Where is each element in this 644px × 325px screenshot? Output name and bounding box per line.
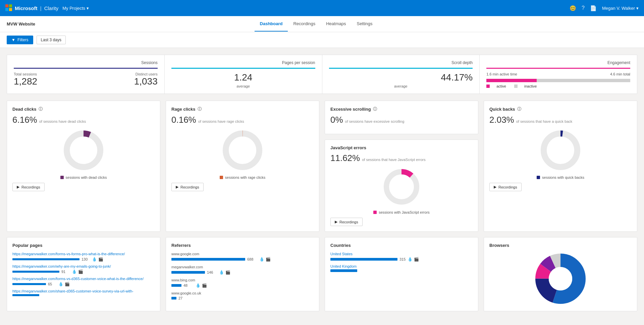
- dead-clicks-legend: sessions with dead clicks: [12, 175, 155, 179]
- js-errors-stat-row: 11.62% of sessions that have JavaScript …: [330, 153, 473, 163]
- quick-backs-recordings-icon: ▶: [494, 185, 496, 189]
- heatmap-icon[interactable]: 💧: [72, 269, 77, 274]
- list-item: www.google.co.uk 27: [171, 291, 314, 300]
- recording-icon[interactable]: 🎬: [98, 257, 103, 262]
- dead-clicks-legend-dot: [60, 176, 64, 179]
- tab-dashboard[interactable]: Dashboard: [255, 16, 288, 32]
- quick-backs-donut: [539, 128, 582, 172]
- smiley-icon[interactable]: 😊: [570, 5, 576, 11]
- quick-backs-legend: sessions with quick backs: [489, 175, 632, 179]
- engagement-title: Engagement: [486, 60, 630, 65]
- dead-clicks-info-icon[interactable]: ⓘ: [39, 106, 43, 112]
- page-bar-row: 91 💧 🎬: [12, 269, 155, 274]
- js-errors-legend-dot: [373, 211, 377, 214]
- page-icons: 💧 🎬: [259, 257, 271, 262]
- rage-clicks-card: Rage clicks ⓘ 0.16% of sessions have rag…: [166, 101, 319, 232]
- quick-backs-recordings-button[interactable]: ▶ Recordings: [489, 183, 522, 191]
- heatmap-icon[interactable]: 💧: [219, 270, 224, 275]
- heatmap-icon[interactable]: 💧: [92, 257, 97, 262]
- list-item: meganvwalker.com 146 💧 🎬: [171, 265, 314, 275]
- sessions-title: Sessions: [14, 60, 158, 65]
- country-bar-row: [330, 269, 473, 272]
- countries-title: Countries: [330, 243, 473, 248]
- popular-pages-card: Popular pages https://meganvwalker.com/f…: [7, 237, 160, 311]
- page-count: 91: [61, 270, 70, 274]
- help-icon[interactable]: ?: [582, 5, 585, 11]
- rage-clicks-pct-label: of sessions have rage clicks: [198, 119, 244, 123]
- filter-label: Filters: [17, 38, 29, 42]
- projects-menu[interactable]: My Projects ▾: [62, 6, 89, 11]
- country-name[interactable]: United States: [330, 252, 473, 256]
- document-icon[interactable]: 📄: [590, 5, 597, 11]
- page-icons: 💧 🎬: [92, 257, 103, 262]
- country-name[interactable]: United Kingdom: [330, 264, 473, 268]
- page-count: 65: [48, 282, 56, 286]
- recording-icon[interactable]: 🎬: [225, 270, 230, 275]
- excessive-scrolling-pct: 0%: [330, 115, 343, 125]
- heatmap-icon[interactable]: 💧: [196, 283, 201, 288]
- heatmap-icon[interactable]: 💧: [58, 282, 63, 286]
- country-bar: [330, 269, 357, 272]
- referrer-domain: www.bing.com: [171, 278, 314, 282]
- project-name: MVW Website: [7, 21, 35, 26]
- scroll-depth-sublabel: average: [329, 84, 473, 88]
- dead-clicks-recordings-button[interactable]: ▶ Recordings: [12, 183, 45, 191]
- excessive-scrolling-info-icon[interactable]: ⓘ: [373, 106, 377, 112]
- total-sessions-value: 1,282: [14, 76, 37, 87]
- rage-clicks-info-icon[interactable]: ⓘ: [198, 106, 202, 112]
- page-url[interactable]: https://meganvwalker.com/forms-vs-d365-c…: [12, 277, 155, 281]
- brand-separator: |: [40, 5, 42, 11]
- dead-clicks-donut: [62, 128, 105, 172]
- sessions-right: Distinct users 1,033: [134, 72, 158, 87]
- page-url[interactable]: https://meganvwalker.com/forms-vs-forms-…: [12, 252, 155, 256]
- country-count: 315: [399, 257, 406, 261]
- referrer-count: 146: [207, 270, 217, 274]
- list-item: United Kingdom: [330, 264, 473, 272]
- tab-recordings[interactable]: Recordings: [288, 16, 321, 32]
- date-range-button[interactable]: Last 3 days: [37, 36, 66, 44]
- js-errors-recordings-button[interactable]: ▶ Recordings: [330, 218, 363, 226]
- rage-clicks-recordings-icon: ▶: [176, 185, 178, 189]
- tab-heatmaps[interactable]: Heatmaps: [321, 16, 351, 32]
- quick-backs-info-icon[interactable]: ⓘ: [517, 106, 521, 112]
- page-icons: 💧 🎬: [196, 283, 207, 288]
- user-chevron-icon: ▾: [636, 6, 639, 11]
- browsers-donut: [534, 252, 587, 306]
- engagement-legend: active inactive: [486, 84, 630, 88]
- nav-tabs: Dashboard Recordings Heatmaps Settings: [255, 16, 378, 32]
- scroll-depth-bar: [329, 68, 473, 69]
- page-url[interactable]: https://meganvwalker.com/why-are-my-emai…: [12, 264, 155, 268]
- engagement-bar-container: [486, 79, 630, 82]
- heatmap-icon[interactable]: 💧: [259, 257, 264, 262]
- popular-pages-title: Popular pages: [12, 243, 155, 248]
- recording-icon[interactable]: 🎬: [414, 257, 419, 262]
- recording-icon[interactable]: 🎬: [78, 269, 83, 274]
- brand-name: Microsoft: [15, 5, 38, 11]
- rage-clicks-legend: sessions with rage clicks: [171, 175, 314, 179]
- user-menu[interactable]: Megan V. Walker ▾: [602, 6, 639, 11]
- referrer-bar-row: 146 💧 🎬: [171, 270, 314, 275]
- heatmap-icon[interactable]: 💧: [408, 257, 413, 262]
- rage-clicks-recordings-button[interactable]: ▶ Recordings: [171, 183, 204, 191]
- page-url[interactable]: https://meganvwalker.com/share-d365-cust…: [12, 289, 155, 293]
- filter-button[interactable]: ▼ Filters: [7, 36, 33, 44]
- brand-logo: Microsoft | Clarity: [5, 4, 58, 12]
- referrer-count: 48: [183, 283, 194, 287]
- dead-clicks-card: Dead clicks ⓘ 6.16% of sessions have dea…: [7, 101, 160, 232]
- recording-icon[interactable]: 🎬: [266, 257, 271, 262]
- topnav-right: 😊 ? 📄 Megan V. Walker ▾: [570, 5, 639, 11]
- recording-icon[interactable]: 🎬: [65, 282, 70, 286]
- rage-clicks-stat-row: 0.16% of sessions have rage clicks: [171, 115, 314, 125]
- tab-settings[interactable]: Settings: [351, 16, 378, 32]
- recording-icon[interactable]: 🎬: [202, 283, 207, 288]
- dead-clicks-donut-container: [12, 128, 155, 172]
- rage-clicks-donut: [221, 128, 264, 172]
- referrer-bar-row: 27: [171, 296, 314, 300]
- filter-icon: ▼: [11, 38, 15, 42]
- page-icons: 💧 🎬: [58, 282, 70, 286]
- middle-column: Excessive scrolling ⓘ 0% of sessions hav…: [325, 101, 478, 232]
- referrer-bar: [171, 271, 205, 274]
- js-errors-donut: [381, 167, 422, 207]
- referrer-bar: [171, 284, 181, 287]
- page-bar-row: [12, 294, 155, 296]
